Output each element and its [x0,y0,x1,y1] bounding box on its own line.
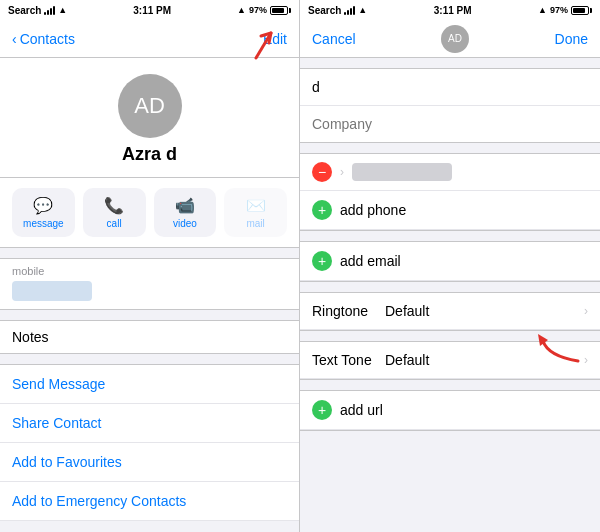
phone-row: − › [300,154,600,191]
battery-pct: 97% [249,5,267,15]
rbar1 [344,12,346,15]
edit-form: − › + add phone + add email Ringtone Def… [300,58,600,532]
location-icon: ▲ [237,5,246,15]
left-status-bar: Search ▲ 3:11 PM ▲ 97% [0,0,299,20]
name-fields [300,68,600,143]
right-location-icon: ▲ [538,5,547,15]
mobile-section: mobile [0,258,299,310]
last-name-field[interactable] [300,69,600,106]
call-button[interactable]: 📞 call [83,188,146,237]
right-status-left: Search ▲ [308,5,367,16]
bar3 [50,8,52,15]
battery-icon [270,6,291,15]
add-phone-row[interactable]: + add phone [300,191,600,230]
search-label: Search [8,5,41,16]
video-icon: 📹 [175,196,195,215]
mail-icon: ✉️ [246,196,266,215]
ringtone-row[interactable]: Ringtone Default › [300,293,600,330]
right-avatar-initials: AD [448,33,462,44]
right-status-bar: Search ▲ 3:11 PM ▲ 97% [300,0,600,20]
right-search-label: Search [308,5,341,16]
right-nav-bar: Cancel AD Done [300,20,600,58]
notes-label: Notes [12,329,287,345]
edit-button[interactable]: Edit [263,31,287,47]
message-label: message [23,218,64,229]
rbar4 [353,6,355,15]
rbar3 [350,8,352,15]
add-emergency-item[interactable]: Add to Emergency Contacts [0,482,299,521]
back-label: Contacts [20,31,75,47]
back-button[interactable]: ‹ Contacts [12,31,75,47]
right-battery-icon [571,6,592,15]
left-panel: Search ▲ 3:11 PM ▲ 97% ‹ Contacts [0,0,300,532]
add-email-row[interactable]: + add email [300,242,600,281]
ringtone-chevron: › [584,304,588,318]
video-label: video [173,218,197,229]
call-label: call [107,218,122,229]
company-input[interactable] [312,116,588,132]
notes-section: Notes [0,320,299,354]
send-message-item[interactable]: Send Message [0,365,299,404]
right-status-right: ▲ 97% [538,5,592,15]
chevron-left-icon: ‹ [12,31,17,47]
message-icon: 💬 [33,196,53,215]
ringtone-label: Ringtone [312,303,377,319]
add-phone-label: add phone [340,202,406,218]
left-nav-bar: ‹ Contacts Edit [0,20,299,58]
add-url-icon: + [312,400,332,420]
rbar2 [347,10,349,15]
right-wifi-icon: ▲ [358,5,367,15]
action-buttons: 💬 message 📞 call 📹 video ✉️ mail [0,178,299,248]
bar2 [47,10,49,15]
text-tone-row[interactable]: Text Tone Default › [300,342,600,379]
remove-phone-button[interactable]: − [312,162,332,182]
text-tone-label: Text Tone [312,352,377,368]
left-status-right: ▲ 97% [237,5,291,15]
add-url-label: add url [340,402,383,418]
video-button[interactable]: 📹 video [154,188,217,237]
right-panel: Search ▲ 3:11 PM ▲ 97% Cancel AD [300,0,600,532]
mobile-value [12,281,92,301]
text-tone-value: Default [385,352,429,368]
right-signal-bars [344,5,355,15]
last-name-input[interactable] [312,79,588,95]
add-url-row[interactable]: + add url [300,391,600,430]
contact-name: Azra d [122,144,177,165]
add-favourites-item[interactable]: Add to Favourites [0,443,299,482]
call-icon: 📞 [104,196,124,215]
bar4 [53,6,55,15]
phone-value [352,163,452,181]
contact-actions-list: Send Message Share Contact Add to Favour… [0,364,299,521]
cancel-button[interactable]: Cancel [312,31,356,47]
signal-bars [44,5,55,15]
mail-button[interactable]: ✉️ mail [224,188,287,237]
share-contact-item[interactable]: Share Contact [0,404,299,443]
right-battery-pct: 97% [550,5,568,15]
right-avatar: AD [441,25,469,53]
bar1 [44,12,46,15]
add-email-label: add email [340,253,401,269]
company-field[interactable] [300,106,600,142]
avatar-initials: AD [134,93,165,119]
message-button[interactable]: 💬 message [12,188,75,237]
wifi-icon: ▲ [58,5,67,15]
left-status-left: Search ▲ [8,5,67,16]
right-time: 3:11 PM [434,5,472,16]
phone-type-chevron[interactable]: › [340,165,344,179]
left-time: 3:11 PM [133,5,171,16]
text-tone-chevron: › [584,353,588,367]
mail-label: mail [246,218,264,229]
contact-header: AD Azra d [0,58,299,178]
mobile-label: mobile [0,259,299,279]
avatar: AD [118,74,182,138]
add-phone-icon: + [312,200,332,220]
done-button[interactable]: Done [555,31,588,47]
add-email-icon: + [312,251,332,271]
ringtone-value: Default [385,303,429,319]
